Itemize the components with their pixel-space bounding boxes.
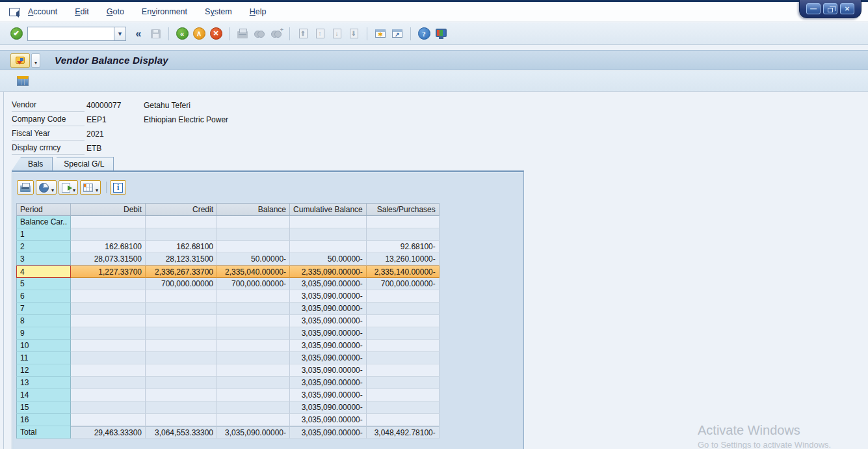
value-cell[interactable]: 3,035,090.00000-: [290, 340, 367, 352]
period-cell[interactable]: 6: [16, 290, 71, 303]
system-menu-icon[interactable]: [9, 8, 20, 16]
exit-button[interactable]: ∧: [192, 27, 206, 41]
period-cell[interactable]: 12: [16, 364, 71, 377]
value-cell[interactable]: 28,073.31500: [71, 253, 146, 265]
value-cell[interactable]: 3,035,090.00000-: [290, 290, 367, 303]
column-header-period[interactable]: Period: [16, 203, 71, 216]
value-cell[interactable]: [217, 303, 290, 315]
value-cell[interactable]: 2,335,140.00000-: [367, 265, 440, 278]
chart-button[interactable]: ▾: [36, 180, 57, 195]
back-button[interactable]: «: [175, 27, 189, 41]
close-button[interactable]: ✕: [840, 3, 854, 14]
value-cell[interactable]: [146, 303, 217, 315]
tab-special-g-l[interactable]: Special G/L: [47, 157, 114, 170]
export-button[interactable]: ▾: [59, 180, 78, 195]
period-cell[interactable]: 11: [16, 352, 71, 364]
dropdown-arrow-icon[interactable]: ▾: [51, 187, 54, 193]
value-cell[interactable]: [367, 303, 440, 315]
value-cell[interactable]: [71, 228, 146, 241]
value-cell[interactable]: [217, 216, 290, 228]
value-cell[interactable]: [146, 401, 217, 414]
period-cell[interactable]: 14: [16, 389, 71, 401]
value-cell[interactable]: [290, 228, 367, 241]
value-cell[interactable]: 700,000.00000: [146, 278, 217, 290]
value-cell[interactable]: [367, 315, 440, 327]
minimize-button[interactable]: —: [806, 3, 821, 14]
value-cell[interactable]: [146, 364, 217, 377]
title-menu-dropdown-button[interactable]: ▾: [31, 53, 40, 68]
column-header-debit[interactable]: Debit: [71, 203, 146, 216]
value-cell[interactable]: [290, 216, 367, 228]
menu-item-account[interactable]: Account: [28, 7, 57, 16]
value-cell[interactable]: [71, 352, 146, 364]
value-cell[interactable]: [146, 340, 217, 352]
value-cell[interactable]: [217, 327, 290, 340]
value-cell[interactable]: 162.68100: [146, 241, 217, 253]
value-cell[interactable]: [71, 216, 146, 228]
value-cell[interactable]: [217, 228, 290, 241]
period-cell[interactable]: Balance Car..: [16, 216, 71, 228]
layout-button[interactable]: ▾: [80, 180, 101, 195]
value-cell[interactable]: [71, 303, 146, 315]
value-cell[interactable]: 3,035,090.00000-: [290, 303, 367, 315]
value-cell[interactable]: [71, 377, 146, 389]
value-cell[interactable]: 50.00000-: [217, 253, 290, 265]
value-cell[interactable]: [71, 290, 146, 303]
services-for-object-button[interactable]: [10, 53, 30, 68]
value-cell[interactable]: 2,335,040.00000-: [217, 265, 290, 278]
dropdown-arrow-icon[interactable]: ▾: [96, 187, 98, 193]
command-field-dropdown-icon[interactable]: ▼: [114, 27, 126, 41]
value-cell[interactable]: [146, 414, 217, 426]
value-cell[interactable]: 92.68100-: [367, 241, 440, 253]
value-cell[interactable]: [71, 315, 146, 327]
value-cell[interactable]: [217, 340, 290, 352]
value-cell[interactable]: [146, 216, 217, 228]
value-cell[interactable]: [146, 228, 217, 241]
value-cell[interactable]: 700,000.00000-: [367, 278, 440, 290]
period-cell[interactable]: 4: [16, 265, 71, 278]
value-cell[interactable]: [71, 401, 146, 414]
value-cell[interactable]: [146, 377, 217, 389]
customize-layout-button[interactable]: [434, 27, 448, 41]
period-cell[interactable]: 5: [16, 278, 71, 290]
period-cell[interactable]: 1: [16, 228, 71, 241]
value-cell[interactable]: 2,335,090.00000-: [290, 265, 367, 278]
value-cell[interactable]: 700,000.00000-: [217, 278, 290, 290]
menu-item-system[interactable]: System: [205, 7, 232, 16]
value-cell[interactable]: [71, 364, 146, 377]
value-cell[interactable]: [146, 389, 217, 401]
new-session-button[interactable]: ✱: [373, 27, 388, 41]
value-cell[interactable]: [217, 401, 290, 414]
value-cell[interactable]: 3,035,090.00000-: [290, 364, 367, 377]
period-cell[interactable]: 8: [16, 315, 71, 327]
value-cell[interactable]: [71, 278, 146, 290]
value-cell[interactable]: [290, 241, 367, 253]
value-cell[interactable]: 3,035,090.00000-: [217, 426, 290, 439]
value-cell[interactable]: [367, 228, 440, 241]
period-cell[interactable]: 10: [16, 340, 71, 352]
value-cell[interactable]: 3,035,090.00000-: [290, 401, 367, 414]
help-button[interactable]: ?: [417, 27, 431, 41]
value-cell[interactable]: 3,048,492.78100-: [367, 426, 440, 439]
cancel-button[interactable]: ✕: [209, 27, 223, 41]
period-cell[interactable]: 13: [16, 377, 71, 389]
value-cell[interactable]: [367, 340, 440, 352]
value-cell[interactable]: [217, 389, 290, 401]
restore-button[interactable]: [823, 3, 837, 14]
info-button[interactable]: i: [110, 180, 126, 195]
value-cell[interactable]: 1,227.33700: [71, 265, 146, 278]
display-columns-button[interactable]: [17, 76, 29, 86]
command-field[interactable]: ▼: [27, 27, 126, 41]
period-cell[interactable]: Total: [16, 426, 71, 439]
value-cell[interactable]: 28,123.31500: [146, 253, 217, 265]
value-cell[interactable]: [367, 401, 440, 414]
dropdown-arrow-icon[interactable]: ▾: [73, 187, 75, 193]
value-cell[interactable]: 3,064,553.33300: [146, 426, 217, 439]
value-cell[interactable]: [367, 389, 440, 401]
command-field-input[interactable]: [27, 27, 114, 41]
enter-button[interactable]: ✔: [9, 27, 23, 41]
value-cell[interactable]: 3,035,090.00000-: [290, 327, 367, 340]
value-cell[interactable]: [217, 315, 290, 327]
value-cell[interactable]: 3,035,090.00000-: [290, 377, 367, 389]
value-cell[interactable]: 2,336,267.33700: [146, 265, 217, 278]
